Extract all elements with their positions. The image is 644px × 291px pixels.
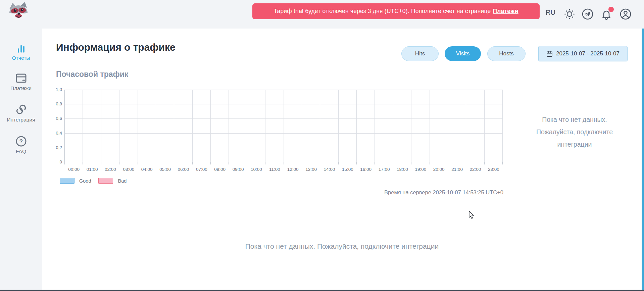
trial-warning-banner: Тариф trial будет отключен через 3 дня (…: [252, 3, 540, 19]
legend-label: Bad: [118, 178, 127, 184]
credit-card-icon: [15, 72, 28, 84]
hits-button[interactable]: Hits: [401, 46, 439, 61]
date-range-picker[interactable]: 2025-10-07 - 2025-10-07: [538, 46, 628, 61]
integration-link-icon: [15, 103, 27, 115]
x-axis-tick: [229, 162, 229, 164]
visits-button[interactable]: Visits: [445, 46, 481, 61]
grid-vline: [119, 90, 119, 162]
notification-dot: [608, 7, 614, 12]
legend-label: Good: [79, 178, 91, 184]
section-title: Почасовой трафик: [56, 70, 128, 79]
y-tick-label: 1,0: [49, 87, 62, 92]
x-axis-tick: [430, 162, 430, 164]
x-axis-tick: [302, 162, 302, 164]
y-tick-label: 0: [49, 159, 62, 164]
grid-vline: [320, 90, 320, 162]
x-axis-tick: [502, 162, 503, 164]
sidebar-item-integration[interactable]: Интеграция: [0, 103, 42, 123]
good-swatch: [60, 178, 75, 184]
grid-hline: [65, 118, 502, 119]
server-time: Время на сервере 2025-10-07 14:53:25 UTC…: [368, 189, 503, 196]
y-tick-label: 0,4: [49, 131, 62, 136]
sidebar-item-label: Интеграция: [0, 117, 42, 123]
plot-area: 1,00,80,60,40,2000:0001:0002:0003:0004:0…: [64, 90, 502, 162]
grid-vline: [101, 90, 101, 162]
no-data-line: Пока что нет данных.: [513, 113, 636, 126]
grid-vline: [411, 90, 411, 162]
no-data-line: Пожалуйста, подключите: [513, 126, 636, 138]
x-axis-tick: [411, 162, 411, 164]
sidebar-item-reports[interactable]: Отчеты: [0, 42, 42, 61]
x-axis-tick: [448, 162, 448, 164]
grid-vline: [83, 90, 83, 162]
chart-no-data-message: Пока что нет данных. Пожалуйста, подключ…: [513, 113, 636, 151]
payments-link[interactable]: Платежи: [493, 8, 518, 15]
grid-vline: [466, 90, 466, 162]
bottom-window-strip: [0, 290, 644, 291]
question-circle-icon: ?: [15, 136, 27, 147]
x-axis-tick: [101, 162, 101, 164]
grid-vline: [138, 90, 138, 162]
bar-chart-icon: [15, 42, 27, 54]
page-title: Информация о трафике: [56, 42, 176, 53]
grid-vline: [375, 90, 375, 162]
svg-text:?: ?: [19, 138, 22, 145]
calendar-icon: [546, 51, 553, 57]
grid-vline: [302, 90, 302, 162]
notifications-bell-icon[interactable]: [600, 8, 612, 20]
grid-vline: [502, 90, 503, 162]
y-tick-label: 0,2: [49, 145, 62, 150]
x-axis-tick: [338, 162, 339, 164]
sidebar-item-payments[interactable]: Платежи: [0, 72, 42, 91]
grid-vline: [192, 90, 193, 162]
app-window: Тариф trial будет отключен через 3 дня (…: [0, 0, 644, 291]
sidebar-item-label: Платежи: [0, 85, 42, 91]
x-axis-tick: [356, 162, 357, 164]
grid-hline: [65, 104, 502, 104]
grid-vline: [229, 90, 229, 162]
grid-hline: [65, 133, 502, 134]
y-tick-label: 0,8: [49, 101, 62, 106]
telegram-icon[interactable]: [582, 8, 594, 20]
x-axis-tick: [375, 162, 375, 164]
grid-vline: [484, 90, 485, 162]
chart-legend: Good Bad: [60, 178, 127, 184]
x-axis-tick: [393, 162, 393, 164]
hosts-button[interactable]: Hosts: [487, 46, 526, 61]
x-axis-tick: [64, 162, 65, 164]
raccoon-logo[interactable]: [7, 2, 30, 20]
grid-vline: [247, 90, 247, 162]
grid-vline: [448, 90, 448, 162]
vertical-scrollbar[interactable]: [642, 29, 644, 290]
x-axis-tick: [83, 162, 83, 164]
grid-vline: [174, 90, 174, 162]
footer-no-data-message: Пока что нет данных. Пожалуйста, подключ…: [42, 242, 642, 250]
bad-swatch: [98, 178, 113, 184]
grid-vline: [156, 90, 156, 162]
x-axis-tick: [265, 162, 265, 164]
x-axis-tick: [466, 162, 466, 164]
account-icon[interactable]: [620, 8, 632, 20]
sidebar-item-faq[interactable]: ? FAQ: [0, 136, 42, 154]
grid-vline: [356, 90, 357, 162]
x-axis-tick: [119, 162, 119, 164]
grid-hline: [65, 90, 502, 90]
date-range-value: 2025-10-07 - 2025-10-07: [556, 50, 620, 57]
legend-entry-bad: Bad: [98, 178, 127, 184]
x-axis-tick: [210, 162, 211, 164]
grid-hline: [65, 148, 502, 148]
x-axis-tick: [247, 162, 247, 164]
grid-vline: [430, 90, 430, 162]
x-axis-tick: [192, 162, 193, 164]
x-axis-tick: [284, 162, 284, 164]
grid-vline: [284, 90, 284, 162]
x-tick-label: 23:00: [483, 167, 504, 172]
legend-entry-good: Good: [60, 178, 91, 184]
x-axis-tick: [138, 162, 138, 164]
language-switcher[interactable]: RU: [546, 9, 555, 16]
x-axis-tick: [174, 162, 174, 164]
sidebar-item-label: FAQ: [0, 148, 42, 154]
theme-toggle-sun-icon[interactable]: [563, 8, 576, 20]
x-axis-tick: [484, 162, 485, 164]
grid-vline: [265, 90, 265, 162]
